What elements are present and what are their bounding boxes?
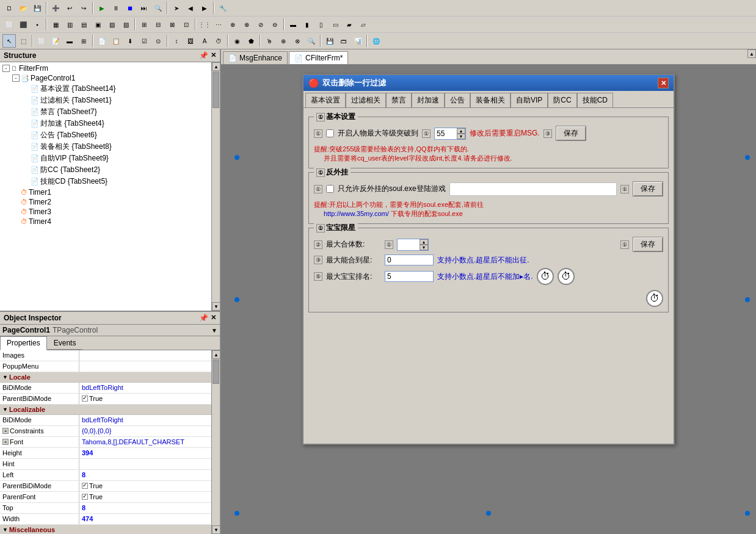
size3-btn[interactable]: ▯: [314, 18, 328, 31]
tree-item-tabsheet7[interactable]: 📄 禁言 {TabSheet7}: [21, 106, 210, 118]
pet-row2-input[interactable]: [385, 254, 434, 265]
comp5-btn[interactable]: ▧: [105, 18, 118, 31]
prop-value-height[interactable]: 394: [79, 448, 211, 458]
insp-scroll-thumb[interactable]: [213, 359, 219, 384]
dialog-tab-notice[interactable]: 公告: [445, 93, 470, 107]
grid6-btn[interactable]: ⊖: [268, 18, 282, 31]
dist4-btn[interactable]: ⊡: [180, 18, 193, 31]
pointer-btn[interactable]: ↖: [2, 34, 16, 48]
tree-item-timer4[interactable]: ⏱ Timer4: [11, 217, 210, 226]
size2-btn[interactable]: ▮: [300, 18, 314, 31]
dialog-tab-cd[interactable]: 技能CD: [577, 93, 613, 107]
tree-item-timer2[interactable]: ⏱ Timer2: [11, 197, 210, 207]
tab-events[interactable]: Events: [47, 336, 83, 350]
expand-pagecontrol1[interactable]: -: [12, 74, 20, 82]
btn-comp-btn[interactable]: ⬜: [35, 34, 48, 48]
anticheat-checkbox[interactable]: [326, 185, 334, 193]
align-left-btn[interactable]: ⬜: [2, 18, 16, 31]
prop-value-font[interactable]: Tahoma,8,[],DEFAULT_CHARSET: [79, 437, 211, 447]
list-btn[interactable]: 📋: [109, 34, 123, 48]
nav-back-button[interactable]: ◀: [184, 1, 197, 15]
anchor-dot-br[interactable]: [745, 511, 750, 516]
prop-value-popupmenu[interactable]: [79, 361, 211, 372]
prop-value-parentbidi[interactable]: ✓True: [79, 394, 211, 404]
grid4-btn[interactable]: ⊗: [240, 18, 253, 31]
anticheat-save-btn[interactable]: 保存: [633, 181, 663, 197]
anticheat-link[interactable]: http://www.35my.com/: [324, 210, 389, 217]
size4-btn[interactable]: ▭: [329, 18, 342, 31]
tree-item-tabsheet4[interactable]: 📄 封加速 {TabSheet4}: [21, 118, 210, 129]
comp3-btn[interactable]: ▤: [77, 18, 90, 31]
align-right-btn[interactable]: ▪: [31, 18, 44, 31]
basic-spinbox[interactable]: ▲ ▼: [434, 128, 466, 140]
comp1-btn[interactable]: ▦: [49, 18, 62, 31]
comp4-btn[interactable]: ▣: [91, 18, 104, 31]
dialog-tab-basic[interactable]: 基本设置: [305, 93, 346, 108]
dialog-tab-vip[interactable]: 自助VIP: [511, 93, 548, 107]
align-center-btn[interactable]: ⬛: [16, 18, 30, 31]
tools-button[interactable]: 🔧: [216, 1, 230, 15]
anchor-dot-tr[interactable]: [745, 155, 750, 160]
pet-save-btn[interactable]: 保存: [633, 237, 663, 252]
dialog-tab-mute[interactable]: 禁言: [386, 93, 412, 107]
shape2-btn[interactable]: ⬟: [244, 34, 258, 48]
timer-btn[interactable]: ⏱: [212, 34, 225, 48]
pause-button[interactable]: ⏸: [109, 1, 123, 15]
undo-button[interactable]: ↩: [63, 1, 76, 15]
grid3-btn[interactable]: ⊕: [226, 18, 239, 31]
prop-value-images[interactable]: [79, 350, 211, 361]
scroll-btn[interactable]: ↕: [170, 34, 183, 48]
grid1-btn[interactable]: ⋮⋮: [198, 18, 211, 31]
structure-close-icon[interactable]: ✕: [211, 51, 216, 60]
tree-item-filterfm[interactable]: - 🗋 FilterFrm: [1, 63, 210, 73]
db3-btn[interactable]: 📊: [351, 34, 365, 48]
tree-item-tabsheet8[interactable]: 📄 装备相关 {TabSheet8}: [21, 141, 210, 153]
pet-spinbox-input[interactable]: [398, 239, 420, 250]
open-button[interactable]: 📂: [16, 1, 30, 15]
anchor-dot-mr[interactable]: [745, 297, 750, 302]
section-localizable-expand[interactable]: ▼: [2, 406, 8, 413]
tree-item-tabsheet2[interactable]: 📄 防CC {TabSheet2}: [21, 164, 210, 176]
spinbox-down[interactable]: ▼: [457, 134, 465, 139]
internet-btn[interactable]: 🌐: [369, 34, 383, 48]
tree-item-pagecontrol1[interactable]: - 📑 PageControl1: [11, 73, 210, 83]
panel-btn[interactable]: ▬: [63, 34, 76, 48]
grid5-btn[interactable]: ⊘: [254, 18, 267, 31]
tab-cfilterfrm[interactable]: 📄 CFilterFrm*: [289, 51, 348, 64]
label-btn[interactable]: A: [198, 34, 211, 48]
save-button[interactable]: 💾: [31, 1, 44, 15]
cursor3-btn[interactable]: ⊗: [291, 34, 304, 48]
inspector-object-dropdown[interactable]: PageControl1 TPageControl ▼: [0, 325, 220, 336]
tab-properties[interactable]: Properties: [0, 336, 47, 350]
shape1-btn[interactable]: ◉: [230, 34, 244, 48]
structure-scroll-top[interactable]: ▲: [747, 49, 756, 58]
step-button[interactable]: ⏭: [137, 1, 151, 15]
dist3-btn[interactable]: ⊠: [165, 18, 179, 31]
combo-btn[interactable]: ⬇: [123, 34, 137, 48]
prop-value-top[interactable]: 8: [79, 503, 211, 513]
new-button[interactable]: 🗋: [2, 1, 16, 15]
memo-btn[interactable]: 📄: [95, 34, 109, 48]
pet-row3-input[interactable]: [385, 271, 434, 282]
dialog-tab-cc[interactable]: 防CC: [548, 93, 576, 107]
size6-btn[interactable]: ▱: [357, 18, 370, 31]
tree-item-timer1[interactable]: ⏱ Timer1: [11, 187, 210, 197]
redo-button[interactable]: ↪: [77, 1, 90, 15]
sel-btn[interactable]: ⬚: [16, 34, 30, 48]
tree-item-tabsheet14[interactable]: 📄 基本设置 {TabSheet14}: [21, 83, 210, 95]
insp-scroll-down[interactable]: ▼: [212, 525, 220, 534]
comp6-btn[interactable]: ▨: [119, 18, 133, 31]
grid2-btn[interactable]: ⋯: [212, 18, 225, 31]
run-button[interactable]: ▶: [95, 1, 109, 15]
tree-item-tabsheet1[interactable]: 📄 过滤相关 {TabSheet1}: [21, 95, 210, 106]
dialog-tab-equip[interactable]: 装备相关: [470, 93, 511, 107]
cursor4-btn[interactable]: 🔍: [305, 34, 318, 48]
add-button[interactable]: ➕: [49, 1, 62, 15]
tab-msgenhance[interactable]: 📄 MsgEnhance: [223, 51, 288, 64]
spinbox-up[interactable]: ▲: [457, 128, 465, 134]
nav-fwd-button[interactable]: ➤: [170, 1, 183, 15]
section-misc-expand[interactable]: ▼: [2, 527, 8, 533]
scroll-up-arrow[interactable]: ▲: [212, 62, 220, 71]
prop-value-bidimode2[interactable]: bdLeftToRight: [79, 415, 211, 425]
pet-spinbox-down[interactable]: ▼: [420, 245, 428, 250]
